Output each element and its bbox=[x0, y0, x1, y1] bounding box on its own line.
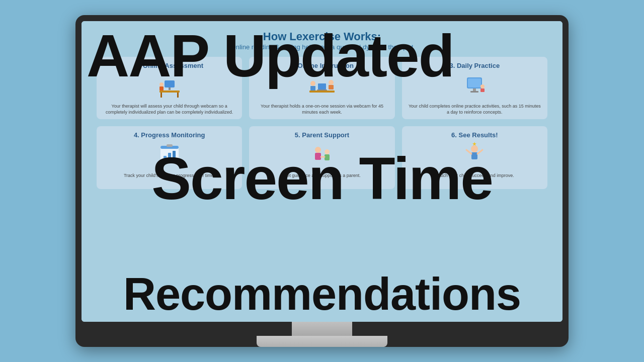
svg-rect-2 bbox=[177, 93, 179, 98]
svg-point-26 bbox=[315, 147, 321, 153]
svg-line-34 bbox=[477, 150, 482, 154]
svg-rect-22 bbox=[164, 156, 167, 161]
card-progress-monitoring: 4. Progress Monitoring bbox=[97, 126, 242, 189]
svg-point-12 bbox=[329, 80, 334, 85]
card-1-title: 1. Online Assessment bbox=[135, 62, 203, 69]
monitor-outer: How Lexercise Works: Online reading & wr… bbox=[75, 15, 569, 347]
card-see-results: 6. See Results! Watch bbox=[402, 126, 547, 189]
svg-point-28 bbox=[325, 149, 330, 154]
svg-rect-1 bbox=[160, 93, 162, 98]
cards-grid: 1. Online Assessment bbox=[97, 57, 547, 189]
svg-rect-8 bbox=[318, 83, 326, 89]
svg-point-5 bbox=[159, 82, 164, 86]
svg-rect-27 bbox=[315, 153, 321, 160]
card-4-title: 4. Progress Monitoring bbox=[134, 131, 205, 139]
instruction-icon bbox=[307, 72, 337, 100]
practice-icon bbox=[459, 72, 490, 100]
svg-point-18 bbox=[480, 84, 485, 88]
monitor-stand-neck bbox=[292, 322, 352, 336]
card-daily-practice: 3. Daily Practice bbox=[402, 57, 547, 119]
svg-rect-32 bbox=[471, 152, 477, 159]
svg-point-31 bbox=[471, 145, 478, 152]
svg-rect-24 bbox=[173, 151, 176, 161]
page-subtitle: Online reading & writing help from a qua… bbox=[97, 43, 547, 51]
card-2-title: 2. Online Instruction bbox=[290, 62, 354, 69]
svg-rect-7 bbox=[309, 90, 335, 93]
svg-rect-3 bbox=[165, 80, 175, 87]
page-header: How Lexercise Works: Online reading & wr… bbox=[97, 30, 547, 51]
svg-rect-23 bbox=[168, 153, 171, 161]
monitor-stand-base bbox=[257, 336, 387, 347]
card-5-title: 5. Parent Support bbox=[295, 131, 349, 139]
svg-rect-6 bbox=[159, 86, 164, 90]
card-3-title: 3. Daily Practice bbox=[449, 62, 500, 69]
results-icon bbox=[459, 142, 490, 169]
svg-rect-17 bbox=[470, 91, 478, 93]
svg-point-10 bbox=[310, 81, 315, 86]
svg-rect-29 bbox=[325, 154, 330, 160]
card-6-title: 6. See Results! bbox=[451, 131, 498, 139]
assessment-icon bbox=[154, 72, 185, 100]
card-2-desc: Your therapist holds a one-on-one sessio… bbox=[255, 103, 388, 115]
card-5-desc: Get guidance and support as a parent. bbox=[283, 172, 361, 178]
svg-rect-9 bbox=[317, 89, 327, 90]
svg-line-33 bbox=[466, 150, 471, 154]
card-6-desc: Watch your child succeed and improve. bbox=[435, 172, 514, 178]
svg-marker-35 bbox=[472, 142, 476, 146]
card-3-desc: Your child completes online practice act… bbox=[408, 103, 541, 115]
svg-rect-13 bbox=[329, 85, 334, 89]
card-online-assessment: 1. Online Assessment bbox=[97, 57, 242, 119]
svg-rect-19 bbox=[480, 88, 485, 92]
svg-rect-15 bbox=[468, 78, 481, 87]
card-online-instruction: 2. Online Instruction bbox=[249, 57, 394, 119]
card-parent-support: 5. Parent Support Get bbox=[249, 126, 394, 189]
monitor-screen: How Lexercise Works: Online reading & wr… bbox=[82, 21, 562, 322]
parent-icon bbox=[307, 142, 337, 169]
svg-rect-25 bbox=[167, 144, 173, 147]
svg-rect-4 bbox=[169, 87, 171, 90]
svg-rect-11 bbox=[310, 86, 315, 90]
page-title: How Lexercise Works: bbox=[97, 30, 547, 43]
svg-rect-0 bbox=[159, 90, 180, 93]
svg-rect-16 bbox=[473, 88, 476, 91]
progress-icon bbox=[154, 142, 185, 169]
card-4-desc: Track your child's reading progress over… bbox=[124, 172, 215, 178]
card-1-desc: Your therapist will assess your child th… bbox=[103, 103, 236, 115]
page-bg: How Lexercise Works: Online reading & wr… bbox=[82, 21, 562, 322]
